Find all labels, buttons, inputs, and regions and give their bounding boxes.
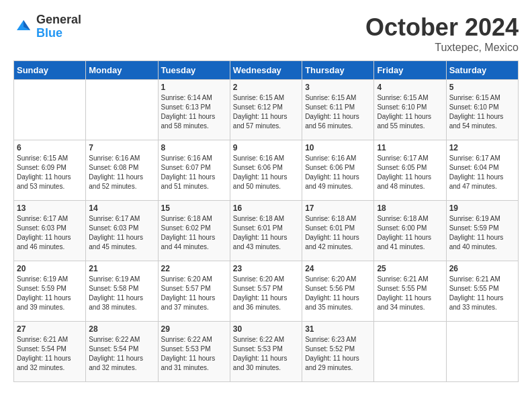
location: Tuxtepec, Mexico: [365, 42, 519, 54]
week-row-2: 13Sunrise: 6:17 AM Sunset: 6:03 PM Dayli…: [14, 201, 519, 261]
day-number: 15: [161, 203, 227, 213]
day-cell: 21Sunrise: 6:19 AM Sunset: 5:58 PM Dayli…: [86, 261, 158, 322]
day-number: 6: [17, 143, 83, 152]
week-row-0: 1Sunrise: 6:14 AM Sunset: 6:13 PM Daylig…: [14, 80, 519, 140]
day-number: 13: [17, 203, 83, 213]
day-info: Sunrise: 6:20 AM Sunset: 5:57 PM Dayligh…: [233, 275, 299, 312]
header-saturday: Saturday: [446, 61, 518, 80]
day-info: Sunrise: 6:16 AM Sunset: 6:08 PM Dayligh…: [89, 154, 154, 191]
day-cell: 30Sunrise: 6:22 AM Sunset: 5:53 PM Dayli…: [230, 322, 302, 382]
day-cell: [14, 80, 86, 140]
day-number: 27: [17, 324, 83, 334]
header-tuesday: Tuesday: [158, 61, 230, 80]
day-number: 22: [161, 264, 227, 273]
day-number: 8: [161, 143, 227, 152]
day-info: Sunrise: 6:22 AM Sunset: 5:53 PM Dayligh…: [161, 335, 227, 373]
day-info: Sunrise: 6:14 AM Sunset: 6:13 PM Dayligh…: [161, 93, 227, 131]
day-info: Sunrise: 6:22 AM Sunset: 5:53 PM Dayligh…: [233, 335, 299, 373]
day-number: 25: [377, 264, 443, 273]
day-cell: [446, 322, 518, 382]
day-info: Sunrise: 6:15 AM Sunset: 6:10 PM Dayligh…: [449, 93, 515, 131]
day-number: 29: [161, 324, 227, 334]
logo-blue: Blue: [36, 27, 81, 40]
day-number: 10: [305, 143, 371, 152]
day-number: 21: [89, 264, 154, 273]
day-cell: [86, 80, 158, 140]
day-number: 7: [89, 143, 154, 152]
day-info: Sunrise: 6:15 AM Sunset: 6:10 PM Dayligh…: [377, 93, 443, 131]
day-number: 20: [17, 264, 83, 273]
day-number: 31: [305, 324, 371, 334]
day-number: 12: [449, 143, 515, 152]
header-sunday: Sunday: [14, 61, 86, 80]
day-info: Sunrise: 6:23 AM Sunset: 5:52 PM Dayligh…: [305, 335, 371, 373]
day-number: 18: [377, 203, 443, 213]
day-cell: 25Sunrise: 6:21 AM Sunset: 5:55 PM Dayli…: [374, 261, 446, 322]
logo-general: General: [36, 13, 81, 27]
day-cell: 10Sunrise: 6:16 AM Sunset: 6:06 PM Dayli…: [302, 140, 374, 201]
day-info: Sunrise: 6:19 AM Sunset: 5:59 PM Dayligh…: [17, 275, 83, 312]
day-number: 26: [449, 264, 515, 273]
day-number: 23: [233, 264, 299, 273]
day-cell: 27Sunrise: 6:21 AM Sunset: 5:54 PM Dayli…: [14, 322, 86, 382]
day-cell: 11Sunrise: 6:17 AM Sunset: 6:05 PM Dayli…: [374, 140, 446, 201]
day-cell: 24Sunrise: 6:20 AM Sunset: 5:56 PM Dayli…: [302, 261, 374, 322]
day-cell: 4Sunrise: 6:15 AM Sunset: 6:10 PM Daylig…: [374, 80, 446, 140]
day-info: Sunrise: 6:20 AM Sunset: 5:56 PM Dayligh…: [305, 275, 371, 312]
day-info: Sunrise: 6:18 AM Sunset: 6:00 PM Dayligh…: [377, 214, 443, 252]
day-number: 2: [233, 83, 299, 92]
header-row: Sunday Monday Tuesday Wednesday Thursday…: [14, 61, 519, 80]
day-cell: 8Sunrise: 6:16 AM Sunset: 6:07 PM Daylig…: [158, 140, 230, 201]
day-number: 16: [233, 203, 299, 213]
day-cell: 23Sunrise: 6:20 AM Sunset: 5:57 PM Dayli…: [230, 261, 302, 322]
day-number: 14: [89, 203, 154, 213]
day-info: Sunrise: 6:21 AM Sunset: 5:54 PM Dayligh…: [17, 335, 83, 373]
day-info: Sunrise: 6:19 AM Sunset: 5:58 PM Dayligh…: [89, 275, 154, 312]
week-row-4: 27Sunrise: 6:21 AM Sunset: 5:54 PM Dayli…: [14, 322, 519, 382]
logo-icon: [13, 17, 34, 37]
day-number: 5: [449, 83, 515, 92]
day-info: Sunrise: 6:21 AM Sunset: 5:55 PM Dayligh…: [449, 275, 515, 312]
week-row-1: 6Sunrise: 6:15 AM Sunset: 6:09 PM Daylig…: [14, 140, 519, 201]
day-cell: 31Sunrise: 6:23 AM Sunset: 5:52 PM Dayli…: [302, 322, 374, 382]
day-info: Sunrise: 6:16 AM Sunset: 6:06 PM Dayligh…: [305, 154, 371, 191]
day-info: Sunrise: 6:20 AM Sunset: 5:57 PM Dayligh…: [161, 275, 227, 312]
header-wednesday: Wednesday: [230, 61, 302, 80]
logo: General Blue: [13, 13, 81, 40]
day-info: Sunrise: 6:16 AM Sunset: 6:07 PM Dayligh…: [161, 154, 227, 191]
day-cell: 9Sunrise: 6:16 AM Sunset: 6:06 PM Daylig…: [230, 140, 302, 201]
week-row-3: 20Sunrise: 6:19 AM Sunset: 5:59 PM Dayli…: [14, 261, 519, 322]
day-number: 24: [305, 264, 371, 273]
day-info: Sunrise: 6:15 AM Sunset: 6:11 PM Dayligh…: [305, 93, 371, 131]
day-number: 9: [233, 143, 299, 152]
header-thursday: Thursday: [302, 61, 374, 80]
day-cell: 28Sunrise: 6:22 AM Sunset: 5:54 PM Dayli…: [86, 322, 158, 382]
header-monday: Monday: [86, 61, 158, 80]
day-cell: 14Sunrise: 6:17 AM Sunset: 6:03 PM Dayli…: [86, 201, 158, 261]
day-cell: 22Sunrise: 6:20 AM Sunset: 5:57 PM Dayli…: [158, 261, 230, 322]
day-cell: 7Sunrise: 6:16 AM Sunset: 6:08 PM Daylig…: [86, 140, 158, 201]
day-info: Sunrise: 6:21 AM Sunset: 5:55 PM Dayligh…: [377, 275, 443, 312]
day-number: 1: [161, 83, 227, 92]
day-info: Sunrise: 6:17 AM Sunset: 6:05 PM Dayligh…: [377, 154, 443, 191]
day-cell: 17Sunrise: 6:18 AM Sunset: 6:01 PM Dayli…: [302, 201, 374, 261]
page-header: General Blue October 2024 Tuxtepec, Mexi…: [13, 13, 519, 54]
day-number: 11: [377, 143, 443, 152]
month-title: October 2024: [365, 13, 519, 42]
day-number: 4: [377, 83, 443, 92]
day-info: Sunrise: 6:15 AM Sunset: 6:09 PM Dayligh…: [17, 154, 83, 191]
day-cell: 29Sunrise: 6:22 AM Sunset: 5:53 PM Dayli…: [158, 322, 230, 382]
day-info: Sunrise: 6:15 AM Sunset: 6:12 PM Dayligh…: [233, 93, 299, 131]
day-info: Sunrise: 6:18 AM Sunset: 6:02 PM Dayligh…: [161, 214, 227, 252]
day-info: Sunrise: 6:16 AM Sunset: 6:06 PM Dayligh…: [233, 154, 299, 191]
title-block: October 2024 Tuxtepec, Mexico: [365, 13, 519, 54]
day-number: 28: [89, 324, 154, 334]
day-info: Sunrise: 6:22 AM Sunset: 5:54 PM Dayligh…: [89, 335, 154, 373]
day-info: Sunrise: 6:17 AM Sunset: 6:03 PM Dayligh…: [17, 214, 83, 252]
day-cell: 12Sunrise: 6:17 AM Sunset: 6:04 PM Dayli…: [446, 140, 518, 201]
day-cell: 13Sunrise: 6:17 AM Sunset: 6:03 PM Dayli…: [14, 201, 86, 261]
calendar-body: 1Sunrise: 6:14 AM Sunset: 6:13 PM Daylig…: [14, 80, 519, 382]
day-cell: 15Sunrise: 6:18 AM Sunset: 6:02 PM Dayli…: [158, 201, 230, 261]
day-cell: 3Sunrise: 6:15 AM Sunset: 6:11 PM Daylig…: [302, 80, 374, 140]
day-number: 19: [449, 203, 515, 213]
